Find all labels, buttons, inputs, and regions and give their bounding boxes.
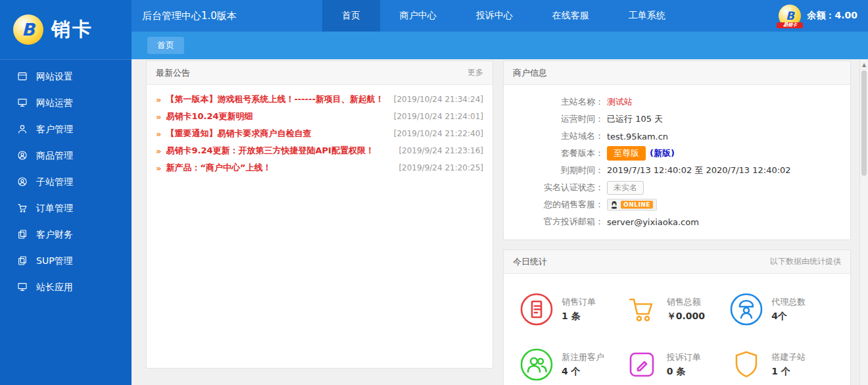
balance-display: 余额：4.00 xyxy=(807,10,857,22)
announcements-title: 最新公告 xyxy=(156,67,190,79)
app-logo[interactable]: B 销卡 xyxy=(0,0,132,60)
field-label: 主站域名： xyxy=(504,130,604,142)
sidebar-item-customer-finance[interactable]: 客户财务 xyxy=(0,222,132,248)
stat-new-customers: 新注册客户4 个 xyxy=(519,347,625,382)
sidebar-item-customer-management[interactable]: 客户管理 xyxy=(0,116,132,143)
cart-icon xyxy=(17,203,28,215)
double-arrow-icon: » xyxy=(156,95,161,105)
announcement-row[interactable]: » 易销卡9.24更新：开放第三方快捷登陆API配置权限！ [2019/9/24… xyxy=(156,142,483,159)
merchant-row-runtime: 运营时间： 已运行 105 天 xyxy=(504,111,850,128)
topnav-item-merchant-center[interactable]: 商户中心 xyxy=(380,0,456,32)
stat-agents-total: 代理总数4个 xyxy=(729,292,834,326)
stat-label: 销售总额 xyxy=(667,296,705,308)
announcement-row[interactable]: » 【第一版本】游戏租号系统上线！------新项目、新起航！ [2019/10… xyxy=(156,91,483,108)
sidebar-item-label: 商品管理 xyxy=(36,150,73,162)
sidebar-item-sup-management[interactable]: SUP管理 xyxy=(0,248,132,274)
announcement-row[interactable]: » 【重要通知】易销卡要求商户自检自查 [2019/10/24 21:22:40… xyxy=(156,125,483,142)
subsite-icon xyxy=(17,176,28,189)
announcements-list: » 【第一版本】游戏租号系统上线！------新项目、新起航！ [2019/10… xyxy=(147,85,493,182)
announcement-date: [2019/10/24 21:22:40] xyxy=(394,129,483,138)
double-arrow-icon: » xyxy=(156,163,161,173)
sidebar: B 销卡 网站设置 网站运营 客户管理 商品管理 子站管理 xyxy=(0,0,132,385)
scroll-up-arrow-icon[interactable]: ▲ xyxy=(860,60,868,68)
scrollbar-thumb[interactable] xyxy=(861,70,867,176)
stats-grid: 销售订单1 条 销售总额￥0.000 代理总数4个 xyxy=(504,274,850,385)
stat-label: 代理总数 xyxy=(771,296,806,308)
brand-badge-icon[interactable]: B 易销卡 xyxy=(779,5,801,27)
stats-source-note: 以下数据由统计提供 xyxy=(770,256,841,267)
merchant-row-realname: 实名认证状态： 未实名 xyxy=(504,179,850,196)
stat-label: 新注册客户 xyxy=(562,351,604,363)
stat-sales-orders: 销售订单1 条 xyxy=(519,292,625,326)
merchant-info-header: 商户信息 xyxy=(504,61,850,85)
breadcrumb-home-tab[interactable]: 首页 xyxy=(147,37,184,54)
expiry-value: 2019/7/13 12:40:02 至 2020/7/13 12:40:02 xyxy=(607,165,791,176)
topnav-item-home[interactable]: 首页 xyxy=(322,0,380,32)
documents-icon xyxy=(17,255,28,268)
topbar-right: B 易销卡 余额：4.00 xyxy=(779,5,857,27)
topnav-item-online-service[interactable]: 在线客服 xyxy=(533,0,609,32)
plan-badge[interactable]: 至尊版 xyxy=(607,146,646,161)
stat-complaint-orders: 投诉订单0 条 xyxy=(625,347,730,382)
plan-new-version-link[interactable]: (新版) xyxy=(650,147,675,159)
stat-subsites-built: 搭建子站1 个 xyxy=(729,347,834,382)
announcement-row[interactable]: » 易销卡10.24更新明细 [2019/10/24 21:24:01] xyxy=(156,108,483,125)
content-area: 最新公告 更多 » 【第一版本】游戏租号系统上线！------新项目、新起航！ … xyxy=(132,60,868,385)
double-arrow-icon: » xyxy=(156,112,161,122)
window-icon xyxy=(17,71,28,84)
sidebar-item-webmaster-apps[interactable]: 站长应用 xyxy=(0,274,132,301)
merchant-info-body: 主站名称： 测试站 运营时间： 已运行 105 天 主站域名： test.95k… xyxy=(504,85,850,240)
sidebar-item-site-settings[interactable]: 网站设置 xyxy=(0,64,132,90)
receipt-circle-icon xyxy=(519,292,554,326)
merchant-row-site-name: 主站名称： 测试站 xyxy=(504,93,850,111)
qq-contact-badge[interactable]: ONLINE xyxy=(607,199,657,211)
stat-label: 搭建子站 xyxy=(771,351,806,363)
sidebar-item-order-management[interactable]: 订单管理 xyxy=(0,195,132,222)
documents-icon xyxy=(17,229,28,242)
stat-label: 销售订单 xyxy=(562,296,596,308)
field-label: 到期时间： xyxy=(504,165,604,176)
announcement-row[interactable]: » 新产品：“商户中心”上线！ [2019/9/24 21:20:25] xyxy=(156,159,483,176)
field-label: 套餐版本： xyxy=(504,147,604,159)
announcements-panel: 最新公告 更多 » 【第一版本】游戏租号系统上线！------新项目、新起航！ … xyxy=(146,61,493,369)
announcement-date: [2019/9/24 21:23:16] xyxy=(398,146,483,155)
merchant-info-panel: 商户信息 主站名称： 测试站 运营时间： 已运行 105 天 主站域名： xyxy=(503,61,851,240)
field-label: 您的销售客服： xyxy=(504,199,604,211)
field-label: 主站名称： xyxy=(504,96,604,108)
agent-circle-icon xyxy=(729,292,763,326)
more-link[interactable]: 更多 xyxy=(468,67,483,78)
shield-icon xyxy=(729,347,763,382)
announcement-link[interactable]: 易销卡9.24更新：开放第三方快捷登陆API配置权限！ xyxy=(166,145,374,157)
admin-dashboard: B 销卡 网站设置 网站运营 客户管理 商品管理 子站管理 xyxy=(0,0,868,385)
topnav-item-ticket-system[interactable]: 工单系统 xyxy=(609,0,685,32)
complaint-email-value: server@yixiaoka.com xyxy=(607,217,699,227)
stat-value: 1 条 xyxy=(562,311,596,322)
stat-value: ￥0.000 xyxy=(667,311,705,322)
cart-icon xyxy=(625,292,659,326)
runtime-value: 已运行 105 天 xyxy=(607,113,663,125)
sidebar-item-subsite-management[interactable]: 子站管理 xyxy=(0,169,132,195)
sidebar-item-site-operations[interactable]: 网站运营 xyxy=(0,90,132,116)
announcement-link[interactable]: 易销卡10.24更新明细 xyxy=(166,111,253,122)
stat-value: 4 个 xyxy=(562,366,604,378)
announcement-date: [2019/9/24 21:20:25] xyxy=(398,163,483,172)
today-stats-header: 今日统计 以下数据由统计提供 xyxy=(504,250,850,274)
sidebar-item-product-management[interactable]: 商品管理 xyxy=(0,143,132,169)
stat-label: 投诉订单 xyxy=(667,351,701,363)
brand-logo-icon: B xyxy=(13,14,43,45)
stat-value: 1 个 xyxy=(771,366,806,378)
breadcrumb: 首页 xyxy=(132,32,868,59)
vertical-scrollbar[interactable]: ▲ xyxy=(859,60,868,385)
field-label: 官方投诉邮箱： xyxy=(504,216,604,228)
topnav-item-complaint-center[interactable]: 投诉中心 xyxy=(456,0,533,32)
double-arrow-icon: » xyxy=(156,129,161,139)
brand-badge-banner: 易销卡 xyxy=(777,22,803,28)
announcement-link[interactable]: 【重要通知】易销卡要求商户自检自查 xyxy=(166,128,311,140)
sidebar-item-label: 网站设置 xyxy=(36,71,73,83)
brand-name: 销卡 xyxy=(51,16,93,43)
announcement-link[interactable]: 新产品：“商户中心”上线！ xyxy=(166,162,271,174)
merchant-row-plan: 套餐版本： 至尊版 (新版) xyxy=(504,145,850,162)
realname-status-badge: 未实名 xyxy=(607,181,644,195)
announcement-link[interactable]: 【第一版本】游戏租号系统上线！------新项目、新起航！ xyxy=(166,93,383,105)
sidebar-item-label: 网站运营 xyxy=(36,97,73,109)
